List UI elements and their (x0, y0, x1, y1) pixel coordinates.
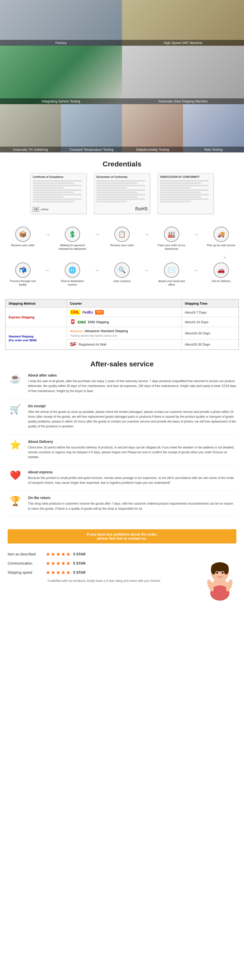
standard-time-1: About10-20 Days (182, 327, 238, 339)
process-label-flow: Flow to destination country (57, 279, 88, 286)
registered-label: Registered Air Mail (78, 342, 106, 346)
factory-cell-tin: Automatic Tin Soldering (0, 104, 61, 153)
express-time-1: About3-7 Days (182, 308, 238, 317)
star-s2: ★ (51, 570, 56, 576)
shipping-row-express-dhl: Express Shipping DHL FedEx TNT About3-7 … (6, 308, 239, 317)
return-text: This shop sells products in customers re… (28, 501, 236, 511)
rating-label-item: Item as described (8, 552, 43, 556)
rating-label-shipping: Shipping speed (8, 570, 43, 574)
factory-cell-glue: Automatic Glue Dripping Machine (122, 46, 244, 104)
registered-cell: SF Registered Air Mail (67, 339, 182, 350)
standard-label: Standard Shipping(For order over $500) (9, 335, 37, 342)
star-c3: ★ (56, 560, 61, 566)
aftersales-text: I shop the sale of all goods, after the … (28, 379, 236, 394)
ali-logo: Aliexpress (70, 329, 83, 332)
ratings-left: Item as described ★ ★ ★ ★ ★ 5 STAR Commu… (8, 551, 201, 582)
svg-point-5 (216, 572, 218, 574)
ems-icon: 📮 (70, 319, 75, 325)
process-section: 📦 Receive your order → 💲 Waiting for pay… (0, 221, 244, 294)
ems-logos: 📮 EMS EMS Shipping (70, 319, 178, 325)
factory-label-smt: High Speed SMT Machine (122, 40, 244, 46)
process-row-2: 🚗 Out for delivery → ✉️ depart your loca… (8, 262, 236, 286)
delivery-content: About Delivery China time 16 points befo… (28, 439, 236, 460)
receipt-heading: On receipt (28, 404, 236, 408)
shipping-table: Shipping Method Courier Shipping Time Ex… (5, 299, 239, 350)
process-arrow-4: → (194, 231, 199, 238)
process-arrow-1: → (45, 231, 51, 238)
aftersales-section: After-sales service ☕ About after sales … (0, 355, 244, 527)
shipping-col-time: Shipping Time (182, 299, 238, 308)
star-c1: ★ (46, 560, 50, 566)
service-item-express: ❤️ About express Because this product is… (8, 470, 236, 491)
cert-mark: enfhari (41, 208, 49, 211)
process-label-customs: clear customs (113, 279, 131, 283)
factory-row-3: Automatic Tin Soldering Constant Tempera… (0, 104, 244, 153)
factory-label-temp: Constant Temperature Testing (61, 146, 122, 153)
receipt-text: After the arrival of the goods as soon a… (28, 410, 236, 429)
express-method-cell: Express Shipping (6, 308, 67, 327)
delivery-heading: About Delivery (28, 439, 236, 444)
return-trophy-icon: 🏆 (10, 496, 21, 506)
process-arrow-7: → (94, 267, 100, 274)
ems-logo: EMS (78, 320, 86, 324)
delivery-star-icon: ⭐ (10, 439, 21, 450)
factory-cell-rain: Rain Testing (183, 104, 244, 153)
factory-label-tin: Automatic Tin Soldering (0, 146, 61, 153)
process-arrow-3: → (144, 231, 150, 238)
star-s4: ★ (61, 570, 65, 576)
factory-cell-smt: High Speed SMT Machine (122, 0, 244, 46)
shipping-section: Shipping Method Courier Shipping Time Ex… (5, 299, 239, 350)
ali-tracking: Tracking website:http://global.cainiao.c… (70, 334, 178, 337)
credentials-title: Credentials (5, 160, 239, 168)
receipt-content: On receipt After the arrival of the good… (28, 404, 236, 429)
return-icon-wrap: 🏆 (8, 496, 23, 506)
delivery-icon-wrap: ⭐ (8, 439, 23, 450)
customs-icon: 🔍 (114, 262, 130, 278)
process-step-customs: 🔍 clear customs (107, 262, 137, 283)
factory-row-2: Integrating Sphere Testing Automatic Glu… (0, 46, 244, 104)
svg-point-6 (222, 572, 224, 574)
service-item-delivery: ⭐ About Delivery China time 16 points be… (8, 439, 236, 465)
registered-logos: SF Registered Air Mail (70, 342, 178, 347)
waiting-payment-icon: 💲 (65, 227, 80, 242)
ali-courier: Aliexpress Aliexpress Standard Shipping … (70, 329, 178, 337)
credentials-section: Credentials Certificate of Compliance CE… (0, 153, 244, 221)
aftersales-title: After-sales service (8, 360, 236, 368)
express-icon-wrap: ❤️ (8, 470, 23, 481)
standard-method-cell: Standard Shipping(For order over $500) (6, 327, 67, 350)
star-label-communication: 5 STAR (73, 561, 86, 565)
receipt-icon: 🛒 (10, 404, 21, 415)
star-3: ★ (56, 551, 61, 557)
process-step-delivery: 🚗 Out for delivery (206, 262, 236, 283)
svg-point-4 (224, 564, 229, 574)
factory-section: Factory High Speed SMT Machine Integrati… (0, 0, 244, 153)
rating-row-item: Item as described ★ ★ ★ ★ ★ 5 STAR (8, 551, 201, 557)
rating-character (201, 551, 236, 602)
rating-section: Item as described ★ ★ ★ ★ ★ 5 STAR Commu… (0, 546, 244, 607)
process-step-receive-order: 📦 Receive your order (8, 227, 38, 247)
pickup-icon: 🚚 (214, 227, 229, 242)
process-arrow-8: → (45, 267, 51, 274)
process-row-1: 📦 Receive your order → 💲 Waiting for pay… (8, 227, 236, 251)
star-s5: ★ (66, 570, 71, 576)
rating-row-communication: Communication ★ ★ ★ ★ ★ 5 STAR (8, 560, 201, 566)
express-content: About express Because this product is sm… (28, 470, 236, 485)
service-item-receipt: 🛒 On receipt After the arrival of the go… (8, 404, 236, 434)
tnt-logo: TNT (95, 310, 104, 315)
pack-icon: 🏭 (164, 227, 179, 242)
character-svg (203, 551, 236, 602)
shipping-row-standard-ali: Standard Shipping(For order over $500) A… (6, 327, 239, 339)
rating-footer: If satisfied with our products, kindly l… (8, 579, 201, 582)
star-s1: ★ (46, 570, 50, 576)
delivery-text: China time 16 points before the successf… (28, 445, 236, 460)
contact-banner: If you have any problems about the order… (8, 529, 236, 544)
factory-label-rain: Rain Testing (183, 146, 244, 153)
fedex-logo: FedEx (82, 310, 93, 314)
process-label-sort: Process through sort facility (8, 279, 38, 286)
return-heading: On the return (28, 496, 236, 500)
stars-shipping: ★ ★ ★ ★ ★ (46, 570, 71, 576)
sfexpress-logo: SF (70, 342, 77, 347)
ce-logo: CE (33, 207, 39, 212)
depart-icon: ✉️ (164, 262, 179, 278)
express-heading: About express (28, 470, 236, 474)
